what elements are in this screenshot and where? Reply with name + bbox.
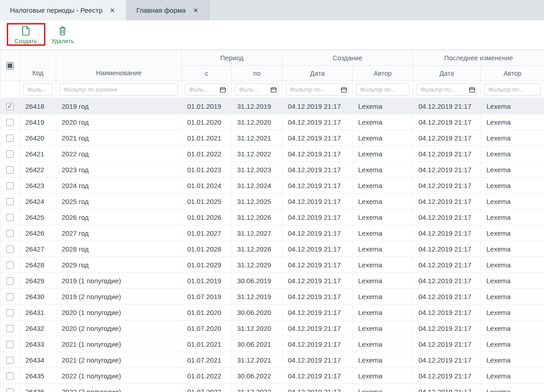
cell-period-from: 01.01.2022 [182, 368, 232, 384]
row-checkbox-cell [0, 194, 20, 209]
column-header-modified-date[interactable]: Дата [413, 66, 481, 81]
filter-code-input[interactable] [23, 83, 53, 96]
cell-created-author: Lexema [353, 178, 413, 194]
column-header-code[interactable]: Код [20, 50, 56, 81]
close-tab-icon[interactable]: ✕ [109, 6, 116, 15]
cell-created-date: 04.12.2019 21:17 [282, 146, 353, 162]
cell-created-date: 04.12.2019 21:17 [282, 130, 353, 146]
row-checkbox[interactable] [6, 166, 14, 174]
cell-modified-date: 04.12.2019 21:17 [413, 98, 481, 114]
cell-period-from: 01.01.2021 [182, 336, 232, 352]
row-checkbox[interactable] [6, 135, 14, 142]
row-checkbox[interactable] [6, 388, 14, 392]
cell-modified-author: Lexema [481, 130, 544, 146]
cell-code: 26420 [20, 130, 56, 146]
cell-name: 2020 (1 полугодие) [56, 305, 182, 320]
cell-period-from: 01.01.2027 [182, 225, 232, 241]
cell-period-from: 01.01.2020 [182, 114, 232, 130]
tab-main-form[interactable]: Главная форма ✕ [126, 0, 210, 20]
row-checkbox-cell [0, 241, 20, 257]
table-row[interactable]: 26426 2027 год 01.01.2027 31.12.2027 04.… [0, 225, 544, 241]
column-header-to[interactable]: по [232, 66, 282, 81]
table-row[interactable]: 26424 2025 год 01.01.2025 31.12.2025 04.… [0, 194, 544, 209]
calendar-icon[interactable] [341, 87, 347, 92]
calendar-icon[interactable] [271, 87, 277, 92]
filter-name-input[interactable] [59, 83, 178, 96]
table-row[interactable]: 26433 2021 (1 полугодие) 01.01.2021 30.0… [0, 336, 544, 352]
cell-period-from: 01.01.2029 [182, 257, 232, 273]
table-row[interactable]: 26435 2022 (1 полугодие) 01.01.2022 30.0… [0, 368, 544, 384]
table-row[interactable]: 26431 2020 (1 полугодие) 01.01.2020 30.0… [0, 305, 544, 320]
table-row[interactable]: 26422 2023 год 01.01.2023 31.12.2023 04.… [0, 162, 544, 178]
delete-button[interactable]: Удалить [47, 24, 78, 47]
row-checkbox[interactable] [6, 293, 14, 300]
row-checkbox[interactable] [6, 198, 14, 205]
new-document-icon [21, 26, 30, 36]
column-header-name[interactable]: Наименование [56, 50, 182, 81]
row-checkbox-cell [0, 289, 20, 305]
row-checkbox[interactable] [6, 182, 14, 189]
row-checkbox[interactable] [6, 103, 14, 110]
create-button[interactable]: Создать [10, 24, 41, 47]
cell-modified-author: Lexema [481, 178, 544, 194]
table-row[interactable]: 26421 2022 год 01.01.2022 31.12.2022 04.… [0, 146, 544, 162]
table-row[interactable]: 26418 2019 год 01.01.2019 31.12.2019 04.… [0, 98, 544, 114]
row-checkbox[interactable] [6, 277, 14, 285]
filter-modified-author-input[interactable] [484, 83, 541, 96]
calendar-icon[interactable] [469, 87, 475, 92]
cell-modified-author: Lexema [481, 209, 544, 225]
filter-modified-date-input[interactable] [416, 83, 477, 96]
row-checkbox[interactable] [6, 309, 14, 316]
table-row[interactable]: 26434 2021 (2 полугодие) 01.07.2021 31.1… [0, 352, 544, 368]
filter-created-date-input[interactable] [286, 83, 349, 96]
table-row[interactable]: 26427 2028 год 01.01.2028 31.12.2028 04.… [0, 241, 544, 257]
table-row[interactable]: 26432 2020 (2 полугодие) 01.07.2020 31.1… [0, 320, 544, 336]
cell-created-author: Lexema [353, 225, 413, 241]
row-checkbox[interactable] [6, 325, 14, 332]
row-checkbox[interactable] [6, 357, 14, 364]
row-checkbox[interactable] [6, 246, 14, 253]
row-checkbox[interactable] [6, 261, 14, 269]
table-row[interactable]: 26419 2020 год 01.01.2020 31.12.2020 04.… [0, 114, 544, 130]
row-checkbox[interactable] [6, 150, 14, 158]
table-row[interactable]: 26429 2019 (1 полугодие) 01.01.2019 30.0… [0, 273, 544, 289]
table-row[interactable]: 26436 2022 (2 полугодие) 01.07.2022 31.1… [0, 384, 544, 392]
select-all-checkbox[interactable] [6, 62, 14, 69]
column-header-created-author[interactable]: Автор [353, 66, 413, 81]
cell-modified-author: Lexema [481, 289, 544, 305]
calendar-icon[interactable] [220, 87, 226, 92]
row-checkbox[interactable] [6, 341, 14, 348]
cell-period-from: 01.01.2026 [182, 209, 232, 225]
app-window: Налоговые периоды - Реестр ✕ Главная фор… [0, 0, 544, 392]
table-row[interactable]: 26420 2021 год 01.01.2021 31.12.2021 04.… [0, 130, 544, 146]
row-checkbox[interactable] [6, 373, 14, 380]
tab-tax-periods-registry[interactable]: Налоговые периоды - Реестр ✕ [0, 0, 126, 20]
cell-modified-date: 04.12.2019 21:17 [413, 225, 481, 241]
row-checkbox-cell [0, 162, 20, 178]
column-header-created-date[interactable]: Дата [282, 66, 353, 81]
close-tab-icon[interactable]: ✕ [192, 6, 199, 15]
cell-created-author: Lexema [353, 162, 413, 178]
column-header-from[interactable]: с [182, 66, 232, 81]
table-row[interactable]: 26428 2029 год 01.01.2029 31.12.2029 04.… [0, 257, 544, 273]
row-checkbox[interactable] [6, 119, 14, 126]
cell-modified-author: Lexema [481, 257, 544, 273]
cell-code: 26425 [20, 209, 56, 225]
cell-created-author: Lexema [353, 194, 413, 209]
cell-code: 26429 [20, 273, 56, 289]
cell-created-date: 04.12.2019 21:17 [282, 273, 353, 289]
row-checkbox[interactable] [6, 230, 14, 237]
cell-period-to: 30.06.2019 [232, 273, 282, 289]
table-row[interactable]: 26430 2019 (2 полугодие) 01.07.2019 31.1… [0, 289, 544, 305]
row-checkbox-cell [0, 305, 20, 320]
cell-name: 2019 (2 полугодие) [56, 289, 182, 305]
column-header-modified-author[interactable]: Автор [481, 66, 544, 81]
cell-period-from: 01.01.2028 [182, 241, 232, 257]
cell-modified-author: Lexema [481, 368, 544, 384]
filter-created-author-input[interactable] [356, 83, 409, 96]
cell-modified-date: 04.12.2019 21:17 [413, 368, 481, 384]
table-row[interactable]: 26423 2024 год 01.01.2024 31.12.2024 04.… [0, 178, 544, 194]
row-checkbox[interactable] [6, 214, 14, 221]
table-row[interactable]: 26425 2026 год 01.01.2026 31.12.2026 04.… [0, 209, 544, 225]
cell-name: 2022 год [56, 146, 182, 162]
